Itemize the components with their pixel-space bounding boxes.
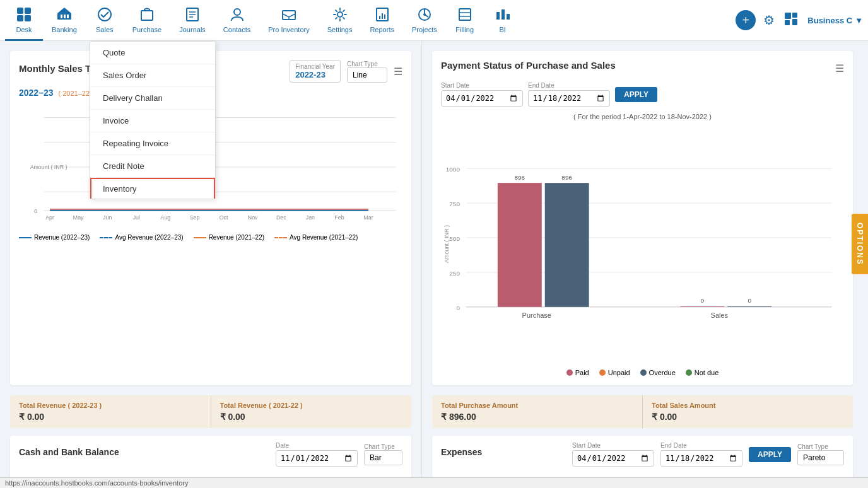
nav-contacts[interactable]: Contacts xyxy=(214,0,259,41)
nav-desk-label: Desk xyxy=(16,26,32,33)
nav-projects[interactable]: Projects xyxy=(403,0,446,41)
right-panel: Payment Status of Purchase and Sales ☰ S… xyxy=(421,41,863,488)
svg-rect-21 xyxy=(382,13,383,19)
nav-reports[interactable]: Reports xyxy=(361,0,403,41)
svg-point-26 xyxy=(423,13,426,16)
svg-text:Oct: Oct xyxy=(220,214,228,221)
expenses-start-date-input[interactable] xyxy=(572,450,654,467)
nav-journals-label: Journals xyxy=(179,26,206,33)
total-revenue-current-box: Total Revenue ( 2022-23 ) ₹ 0.00 xyxy=(10,395,211,428)
nav-desk[interactable]: Desk xyxy=(5,0,43,41)
chart-type-select[interactable]: Line Bar Area xyxy=(347,67,387,83)
svg-text:May: May xyxy=(73,214,84,221)
nav-filling[interactable]: Filling xyxy=(446,0,484,41)
dropdown-sales-order[interactable]: Sales Order xyxy=(90,64,215,87)
cash-bank-header: Cash and Bank Balance Date Chart Type Ba… xyxy=(19,442,402,467)
svg-text:Sales: Sales xyxy=(711,311,729,319)
line-chart-legend: Revenue (2022–23) Avg Revenue (2022–23) … xyxy=(19,234,402,241)
svg-rect-10 xyxy=(141,11,153,20)
menu-icon[interactable]: ☰ xyxy=(394,66,402,78)
nav-settings[interactable]: Settings xyxy=(319,0,361,41)
nav-contacts-label: Contacts xyxy=(223,26,250,33)
sales-dropdown-menu: Quote Sales Order Delivery Challan Invoi… xyxy=(90,41,216,199)
nav-filling-label: Filling xyxy=(455,26,474,33)
svg-text:0: 0 xyxy=(748,297,751,304)
svg-text:Purchase: Purchase xyxy=(522,311,551,319)
nav-bi-label: BI xyxy=(500,26,506,33)
dropdown-quote[interactable]: Quote xyxy=(90,42,215,64)
expenses-end-date-label: End Date xyxy=(660,442,742,449)
svg-rect-6 xyxy=(61,15,62,18)
payment-status-title: Payment Status of Purchase and Sales xyxy=(441,60,616,71)
nav-banking[interactable]: Banking xyxy=(43,0,86,41)
cash-bank-title: Cash and Bank Balance xyxy=(19,447,119,457)
business-selector[interactable]: Business C ▼ xyxy=(807,16,863,25)
unpaid-dot xyxy=(599,369,606,376)
nav-bi[interactable]: BI xyxy=(484,0,522,41)
svg-text:Mar: Mar xyxy=(363,214,373,221)
paid-dot xyxy=(566,369,573,376)
payment-menu-icon[interactable]: ☰ xyxy=(835,62,844,74)
svg-text:250: 250 xyxy=(449,270,460,277)
dropdown-repeating-invoice[interactable]: Repeating Invoice xyxy=(90,132,215,155)
svg-text:Nov: Nov xyxy=(248,214,258,221)
add-button[interactable]: + xyxy=(736,10,756,30)
total-purchase-value: ₹ 896.00 xyxy=(441,412,633,422)
svg-point-18 xyxy=(337,12,343,17)
dropdown-inventory[interactable]: Inventory xyxy=(90,178,215,199)
cash-bank-chart-type-select[interactable]: Bar Line xyxy=(364,450,402,465)
nav-sales[interactable]: Sales xyxy=(86,0,124,41)
payment-apply-button[interactable]: APPLY xyxy=(615,87,657,102)
total-revenue-previous-box: Total Revenue ( 2021-22 ) ₹ 0.00 xyxy=(211,395,412,428)
expenses-title: Expenses xyxy=(441,447,482,457)
nav-right: + ⚙ Business C ▼ xyxy=(736,10,863,31)
options-tab[interactable]: OPTIONS xyxy=(852,214,868,274)
total-purchase-label: Total Purchase Amount xyxy=(441,402,633,409)
total-sales-value: ₹ 0.00 xyxy=(652,412,844,422)
cash-bank-date-input[interactable] xyxy=(276,450,358,467)
expenses-end-date-input[interactable] xyxy=(660,450,742,467)
fy-label: Financial Year xyxy=(295,63,335,70)
expenses-apply-button[interactable]: APPLY xyxy=(749,447,791,462)
legend-avg-revenue-current: Avg Revenue (2022–23) xyxy=(100,234,183,241)
svg-text:Dec: Dec xyxy=(276,214,286,221)
expenses-end-date-wrap: End Date xyxy=(660,442,742,467)
svg-text:0: 0 xyxy=(34,207,38,214)
svg-text:Jan: Jan xyxy=(306,214,315,221)
purchase-paid-bar xyxy=(498,183,542,307)
user-icon[interactable] xyxy=(782,10,800,31)
nav-settings-label: Settings xyxy=(327,26,353,33)
dropdown-invoice[interactable]: Invoice xyxy=(90,110,215,132)
cash-bank-date-wrap: Date xyxy=(276,442,358,467)
chevron-down-icon: ▼ xyxy=(855,16,863,25)
dropdown-credit-note[interactable]: Credit Note xyxy=(90,155,215,178)
svg-text:Sep: Sep xyxy=(190,214,200,221)
legend-dash-previous xyxy=(274,237,287,238)
expenses-chart-type-select[interactable]: Pareto Bar Line xyxy=(797,450,844,465)
svg-text:0: 0 xyxy=(456,305,460,311)
nav-projects-label: Projects xyxy=(412,26,437,33)
svg-rect-1 xyxy=(25,8,31,14)
total-revenue-previous-label: Total Revenue ( 2021-22 ) xyxy=(220,402,403,409)
nav-journals[interactable]: Journals xyxy=(170,0,214,41)
chart-year-current: 2022–23 xyxy=(19,88,54,98)
nav-purchase[interactable]: Purchase xyxy=(124,0,170,41)
nav-sales-label: Sales xyxy=(96,26,114,33)
fy-value: 2022-23 xyxy=(295,70,335,79)
nav-pro-inventory[interactable]: Pro Inventory xyxy=(259,0,318,41)
svg-rect-31 xyxy=(501,9,505,20)
bar-chart-svg: 1000 750 500 250 0 896 xyxy=(441,124,844,364)
payment-start-date-input[interactable] xyxy=(441,90,523,107)
svg-rect-27 xyxy=(459,9,471,20)
svg-rect-20 xyxy=(379,16,380,19)
total-revenue-previous-value: ₹ 0.00 xyxy=(220,412,403,422)
svg-rect-7 xyxy=(64,15,66,18)
settings-icon[interactable]: ⚙ xyxy=(763,13,775,28)
chart-type-wrap: Chart Type Line Bar Area xyxy=(347,61,387,83)
payment-controls: Start Date End Date APPLY xyxy=(441,82,844,107)
svg-text:Amount ( INR ): Amount ( INR ) xyxy=(30,164,67,170)
cash-bank-controls: Date Chart Type Bar Line xyxy=(276,442,402,467)
payment-end-date-input[interactable] xyxy=(528,90,610,107)
chart-type-label: Chart Type xyxy=(347,61,387,67)
dropdown-delivery-challan[interactable]: Delivery Challan xyxy=(90,87,215,110)
